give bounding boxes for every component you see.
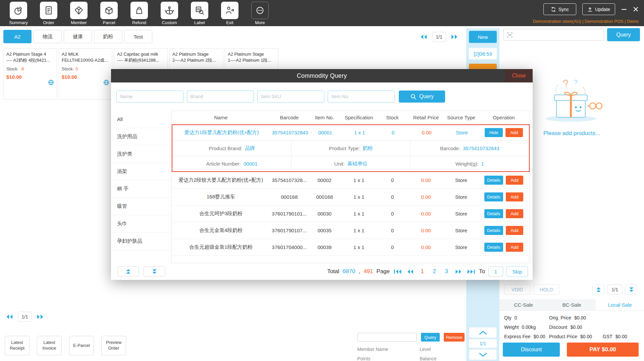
tab-cc-sale[interactable]: CC-Sale xyxy=(499,299,548,310)
commodity-category-item[interactable]: 头巾 xyxy=(111,215,171,233)
details-button[interactable]: Details xyxy=(484,209,503,218)
commodity-detail-cell: Unit: 基础单位 xyxy=(291,156,410,171)
commodity-category-item[interactable]: 洗护用品 xyxy=(111,128,171,145)
table-row[interactable]: 168婴儿推车 000168 000168 1 x 1 0 0.00 Store… xyxy=(172,189,530,205)
table-row[interactable]: 合生元超级金装1段配方奶粉 37601704000... 00039 1 x 1… xyxy=(172,239,530,256)
prev-page-icon[interactable] xyxy=(419,34,428,40)
table-row[interactable]: 合生元金装4段奶粉 37601790107... 00035 1 x 1 0 0… xyxy=(172,222,530,239)
cell-spec: 1 x 1 xyxy=(341,130,378,135)
skip-button[interactable]: Skip xyxy=(506,266,528,277)
category-scroll-up-button[interactable] xyxy=(117,266,139,277)
table-row[interactable]: 爱达力2段较大婴儿配方奶粉(优+配方) 35754107328... 00002… xyxy=(172,172,530,189)
toolbar-item-parcel[interactable]: Parcel xyxy=(94,2,124,25)
toolbar-item-more[interactable]: More xyxy=(245,2,275,25)
page-number-3[interactable]: 3 xyxy=(442,268,451,275)
toolbar-item-label[interactable]: Label xyxy=(184,2,215,25)
minimize-icon[interactable] xyxy=(621,6,627,12)
toolbar-item-order[interactable]: Order xyxy=(34,2,64,25)
add-commodity-button[interactable]: Add xyxy=(506,226,523,235)
cell-retail-price: 0.00 xyxy=(408,194,444,200)
prev-page-icon[interactable] xyxy=(406,269,415,275)
tab-logistics[interactable]: 物流 xyxy=(34,30,62,43)
tab-a2[interactable]: A2 xyxy=(3,30,32,43)
function-button[interactable]: E-Parcel xyxy=(69,336,94,355)
cart-scroll-up-button[interactable] xyxy=(592,285,604,294)
tab-bc-sale[interactable]: BC-Sale xyxy=(548,299,596,310)
close-window-icon[interactable] xyxy=(633,6,639,12)
toolbar-item-member[interactable]: Member xyxy=(64,2,94,25)
item-sku-search-input[interactable] xyxy=(257,91,324,103)
toolbar-item-summary[interactable]: Summary xyxy=(3,2,34,25)
add-commodity-button[interactable]: Add xyxy=(505,128,523,137)
product-card[interactable]: A2 Platinum Stage 4 ---- A2奶粉 4段(9421...… xyxy=(3,48,57,100)
update-button[interactable]: Update xyxy=(582,3,615,15)
next-page-icon[interactable] xyxy=(450,34,459,40)
details-button[interactable]: Details xyxy=(484,243,503,252)
brand-search-input[interactable] xyxy=(187,91,254,103)
last-page-icon[interactable] xyxy=(467,269,476,275)
scan-search-input[interactable] xyxy=(516,32,601,38)
new-order-button[interactable]: New xyxy=(469,31,497,43)
add-commodity-button[interactable]: Add xyxy=(506,243,523,252)
next-page-icon[interactable] xyxy=(36,314,45,320)
function-button[interactable]: Latest Receipt xyxy=(5,336,30,355)
product-grid-pager: 1/1 xyxy=(419,32,459,42)
modal-query-button[interactable]: Query xyxy=(399,91,445,103)
tab-test[interactable]: Test xyxy=(124,30,152,43)
toolbar-item-custom[interactable]: Custom xyxy=(154,2,184,25)
commodity-category-item[interactable]: 浴架 xyxy=(111,163,171,180)
next-page-icon[interactable] xyxy=(454,269,463,275)
sync-button[interactable]: Sync xyxy=(543,3,576,15)
tab-local-sale[interactable]: Local-Sale xyxy=(596,299,644,310)
cart-page-indicator: 1/1 xyxy=(607,285,623,294)
name-search-input[interactable] xyxy=(116,91,183,103)
pay-button[interactable]: PAY $0.00 xyxy=(567,343,639,357)
member-remove-button[interactable]: Remove xyxy=(444,333,465,342)
table-row[interactable]: 合生元呵护3段奶粉 37601790101... 00030 1 x 1 0 0… xyxy=(172,205,530,222)
add-commodity-button[interactable]: Add xyxy=(506,176,523,185)
modal-close-button[interactable]: Close xyxy=(505,69,533,82)
product-card[interactable]: A2 MILK FELLTHE1000G A2成... Stock:0 $10.… xyxy=(59,48,112,100)
hide-details-button[interactable]: Hide xyxy=(485,128,503,137)
scan-query-button[interactable]: Query xyxy=(607,28,640,41)
item-no-search-input[interactable] xyxy=(328,91,395,103)
goto-page-input[interactable] xyxy=(488,266,503,277)
void-button[interactable]: VOID xyxy=(504,284,530,295)
cell-source-type: Store xyxy=(444,244,478,250)
details-button[interactable]: Details xyxy=(484,192,503,201)
category-scroll-down-button[interactable] xyxy=(144,266,165,277)
cell-barcode: 3575410732843 xyxy=(271,130,309,135)
add-commodity-button[interactable]: Add xyxy=(506,192,523,201)
table-row[interactable]: 爱达力1段婴儿配方奶粉(优+配方) 3575410732843 00001 1 … xyxy=(172,125,529,140)
tab-milk-powder[interactable]: 奶粉 xyxy=(94,30,122,43)
commodity-query-modal: Commodity Query Close Query All 洗护用品 洗护类 xyxy=(111,69,533,280)
member-search-input[interactable] xyxy=(357,333,417,342)
commodity-category-item[interactable]: 洗护类 xyxy=(111,145,171,163)
function-button[interactable]: Preview Order xyxy=(101,336,126,355)
commodity-category-item[interactable]: 孕妇护肤品 xyxy=(111,233,171,250)
orders-scroll-up-button[interactable] xyxy=(469,327,497,338)
commodity-category-item[interactable]: 柄 手 xyxy=(111,180,171,198)
first-page-icon[interactable] xyxy=(393,269,402,275)
cell-name: 合生元超级金装1段配方奶粉 xyxy=(172,244,270,250)
page-number-2[interactable]: 2 xyxy=(430,268,439,275)
details-button[interactable]: Details xyxy=(484,226,503,235)
barcode-scan-icon xyxy=(507,32,513,38)
prev-page-icon[interactable] xyxy=(5,314,14,320)
commodity-category-item[interactable]: All xyxy=(111,111,171,128)
page-number-1[interactable]: 1 xyxy=(418,268,427,275)
toolbar-item-refund[interactable]: Refund xyxy=(124,2,154,25)
total-count: 6870 xyxy=(342,268,355,275)
details-button[interactable]: Details xyxy=(484,176,503,185)
discount-button[interactable]: Discount xyxy=(503,343,560,357)
order-tab-badge[interactable]: [2]08:53 xyxy=(469,48,497,59)
member-query-button[interactable]: Query xyxy=(421,333,440,342)
tab-health[interactable]: 健康 xyxy=(64,30,92,43)
add-commodity-button[interactable]: Add xyxy=(506,209,523,218)
cart-scroll-down-button[interactable] xyxy=(625,285,637,294)
orders-scroll-down-button[interactable] xyxy=(469,349,497,360)
commodity-category-item[interactable]: 吸管 xyxy=(111,198,171,215)
hold-button[interactable]: HOLD xyxy=(533,284,559,295)
function-button[interactable]: Latest Invoice xyxy=(37,336,62,355)
toolbar-item-exit[interactable]: Exit xyxy=(215,2,245,25)
